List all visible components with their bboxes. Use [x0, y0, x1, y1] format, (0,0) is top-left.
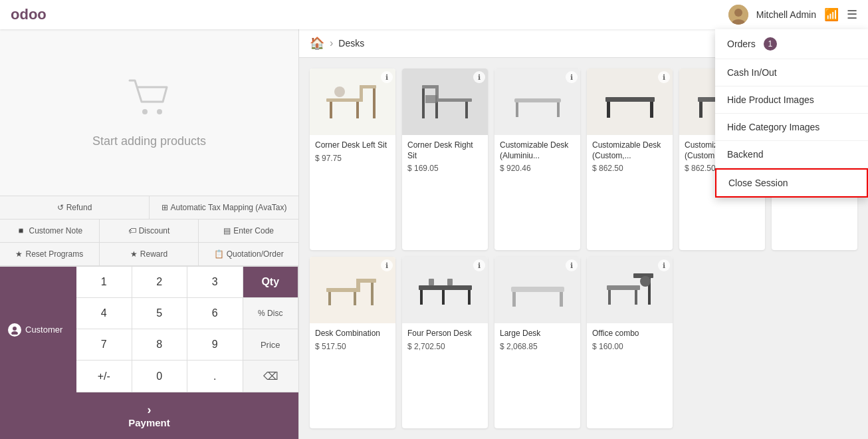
svg-rect-37	[354, 292, 356, 305]
product-details-1: Corner Desk Left Sit $ 97.75	[310, 135, 395, 168]
reward-button[interactable]: ★ Reward	[100, 243, 199, 266]
orders-label: Orders	[727, 39, 756, 49]
product-img-office-combo: ℹ	[587, 257, 673, 323]
avatar	[728, 5, 748, 25]
svg-rect-10	[330, 102, 332, 118]
numpad-3[interactable]: 3	[187, 267, 243, 298]
user-name: Mitchell Admin	[756, 9, 816, 20]
product-details-3: Customizable Desk (Aluminiu... $ 920.46	[494, 135, 580, 178]
hide-category-images-label: Hide Category Images	[727, 122, 819, 132]
dropdown-close-session[interactable]: Close Session	[715, 168, 868, 198]
dropdown-cash-in-out[interactable]: Cash In/Out	[715, 59, 868, 86]
svg-rect-43	[429, 279, 434, 285]
product-corner-desk-right[interactable]: ℹ Corner Desk Right Sit $ 169.05	[402, 69, 488, 250]
tax-icon: ⊞	[162, 203, 168, 212]
cart-empty: Start adding products	[0, 29, 298, 196]
product-name-1: Corner Desk Left Sit	[315, 140, 390, 151]
orders-badge: 1	[764, 37, 777, 51]
numpad-qty[interactable]: Qty	[243, 267, 299, 298]
info-icon-4[interactable]: ℹ	[658, 71, 670, 83]
product-name-10: Office combo	[592, 329, 667, 339]
product-corner-desk-left[interactable]: ℹ Corner Desk Left Sit $ 97.75	[310, 69, 395, 250]
hide-product-images-label: Hide Product Images	[727, 94, 814, 105]
svg-rect-9	[360, 85, 376, 88]
payment-row: › Payment	[0, 392, 298, 439]
customer-button[interactable]: Customer	[0, 267, 76, 392]
dropdown-hide-product-images[interactable]: Hide Product Images	[715, 86, 868, 114]
product-desk-combination[interactable]: ℹ Desk Combination $ 517.50	[310, 257, 395, 428]
svg-rect-40	[420, 290, 423, 305]
dropdown-menu: Orders 1 Cash In/Out Hide Product Images…	[715, 29, 868, 198]
discount-button[interactable]: 🏷 Discount	[100, 220, 199, 243]
info-icon-8[interactable]: ℹ	[473, 259, 485, 271]
numpad-7[interactable]: 7	[76, 329, 132, 361]
dropdown-orders[interactable]: Orders 1	[715, 29, 868, 59]
cart-panel: Start adding products ↺ Refund ⊞ Automat…	[0, 29, 299, 439]
numpad-decimal[interactable]: .	[187, 361, 243, 392]
topbar: odoo Mitchell Admin 📶 ☰	[0, 0, 868, 29]
svg-rect-18	[465, 102, 468, 118]
cart-actions: ↺ Refund ⊞ Automatic Tax Mapping (AvaTax…	[0, 196, 298, 439]
product-details-9: Large Desk $ 2,068.85	[494, 323, 580, 357]
product-img-corner-desk-right: ℹ	[402, 69, 488, 135]
info-icon-1[interactable]: ℹ	[381, 71, 393, 83]
svg-rect-39	[419, 285, 472, 290]
dropdown-backend[interactable]: Backend	[715, 141, 868, 168]
info-icon-10[interactable]: ℹ	[658, 259, 670, 271]
dropdown-hide-category-images[interactable]: Hide Category Images	[715, 114, 868, 141]
numpad-6[interactable]: 6	[187, 298, 243, 329]
tax-mapping-button[interactable]: ⊞ Automatic Tax Mapping (AvaTax)	[150, 196, 298, 219]
svg-rect-16	[422, 85, 439, 88]
odoo-logo: odoo	[11, 6, 47, 23]
numpad-0[interactable]: 0	[132, 361, 188, 392]
svg-rect-44	[447, 279, 453, 285]
info-icon-2[interactable]: ℹ	[473, 71, 485, 83]
product-office-combo[interactable]: ℹ Office combo $ 160.00	[587, 257, 673, 428]
svg-point-53	[640, 276, 651, 287]
product-img-desk-combo: ℹ	[310, 257, 395, 323]
cash-in-out-label: Cash In/Out	[727, 67, 777, 78]
numpad-disc[interactable]: % Disc	[243, 298, 299, 329]
svg-point-13	[334, 86, 345, 97]
product-four-person-desk[interactable]: ℹ Four Person Desk $ 2,702.50	[402, 257, 488, 428]
info-icon-3[interactable]: ℹ	[566, 71, 578, 83]
reset-programs-button[interactable]: ★ Reset Programs	[0, 243, 100, 266]
numpad-backspace[interactable]: ⌫	[243, 361, 299, 392]
enter-code-button[interactable]: ▤ Enter Code	[199, 220, 298, 243]
discount-icon: 🏷	[128, 226, 136, 235]
topbar-left: odoo	[11, 6, 47, 23]
refund-button[interactable]: ↺ Refund	[0, 196, 150, 219]
product-customizable-desk-alu[interactable]: ℹ Customizable Desk (Aluminiu... $ 920.4…	[494, 69, 580, 250]
info-icon-7[interactable]: ℹ	[381, 259, 393, 271]
numpad-2[interactable]: 2	[132, 267, 188, 298]
customer-note-button[interactable]: ◾ Customer Note	[0, 220, 100, 243]
hamburger-menu-icon[interactable]: ☰	[847, 7, 857, 22]
product-name-3: Customizable Desk (Aluminiu...	[500, 140, 575, 161]
payment-button[interactable]: › Payment	[0, 392, 298, 439]
numpad-4[interactable]: 4	[76, 298, 132, 329]
numpad-5[interactable]: 5	[132, 298, 188, 329]
product-details-10: Office combo $ 160.00	[587, 323, 673, 357]
close-session-label: Close Session	[728, 178, 788, 188]
product-customizable-desk-custom1[interactable]: ℹ Customizable Desk (Custom,... $ 862.50	[587, 69, 673, 250]
svg-point-3	[142, 109, 148, 114]
numpad-1[interactable]: 1	[76, 267, 132, 298]
numpad: 1 2 3 Qty 4 5 6 % Disc 7 8 9 Price +/- 0	[76, 267, 298, 392]
customer-circle-icon	[8, 323, 21, 337]
numpad-plusminus[interactable]: +/-	[76, 361, 132, 392]
product-details-7: Desk Combination $ 517.50	[310, 323, 395, 357]
svg-rect-33	[326, 288, 360, 292]
svg-rect-24	[605, 97, 655, 102]
numpad-price[interactable]: Price	[243, 329, 299, 361]
numpad-9[interactable]: 9	[187, 329, 243, 361]
numpad-8[interactable]: 8	[132, 329, 188, 361]
info-icon-9[interactable]: ℹ	[566, 259, 578, 271]
product-price-9: $ 2,068.85	[500, 342, 575, 351]
note-icon: ◾	[16, 226, 26, 235]
product-large-desk[interactable]: ℹ Large Desk $ 2,068.85	[494, 257, 580, 428]
quotation-button[interactable]: 📋 Quotation/Order	[199, 243, 298, 266]
star-icon-reward: ★	[130, 249, 138, 259]
svg-rect-48	[607, 285, 640, 290]
home-icon[interactable]: 🏠	[310, 36, 324, 51]
svg-rect-45	[511, 287, 564, 292]
